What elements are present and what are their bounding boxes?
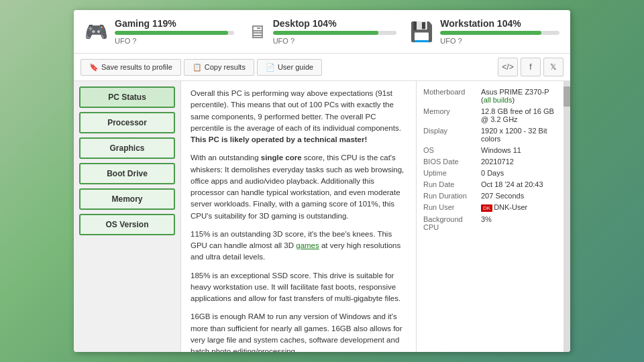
facebook-icon: f [529, 62, 531, 72]
gaming-bar-fill [115, 31, 228, 35]
spec-display: Display 1920 x 1200 - 32 Bit colors [423, 127, 557, 143]
copy-results-button[interactable]: 📋 Copy results [184, 59, 254, 76]
twitter-icon: 𝕏 [550, 62, 557, 72]
run-duration-value: 207 Seconds [481, 192, 557, 200]
workstation-bar-fill [440, 31, 541, 35]
pc-status-highlight: This PC is likely operated by a technica… [191, 135, 367, 143]
motherboard-label: Motherboard [423, 88, 477, 104]
nav-pc-status[interactable]: PC Status [79, 86, 175, 108]
content-area: PC Status Processor Graphics Boot Drive … [74, 81, 570, 352]
display-label: Display [423, 127, 477, 143]
code-icon: </> [502, 62, 513, 72]
user-guide-button[interactable]: 📄 User guide [257, 59, 322, 76]
social-buttons: </> f 𝕏 [498, 58, 564, 76]
gaming-score-info: Gaming 119% UFO ? [115, 18, 234, 45]
single-core-label: single core [261, 154, 302, 162]
memory-label: Memory [423, 107, 477, 123]
pc-status-text: Overall this PC is performing way above … [191, 88, 407, 145]
guide-icon: 📄 [266, 63, 275, 72]
specs-panel: Motherboard Asus PRIME Z370-P (all build… [416, 81, 564, 352]
left-nav: PC Status Processor Graphics Boot Drive … [74, 81, 181, 352]
code-share-button[interactable]: </> [498, 58, 518, 76]
flag-icon: DK [481, 204, 492, 212]
memory-text: 16GB is enough RAM to run any version of… [191, 311, 407, 352]
facebook-share-button[interactable]: f [521, 58, 541, 76]
spec-bg-cpu: Background CPU 3% [423, 215, 557, 231]
desktop-ufo-label: UFO ? [273, 37, 397, 45]
workstation-icon: 💾 [410, 21, 433, 43]
desktop-score-bar [273, 31, 397, 35]
main-panel: 🎮 Gaming 119% UFO ? 🖥 Desktop 104% UFO ?… [74, 10, 570, 352]
workstation-ufo-label: UFO ? [440, 37, 559, 45]
scrollbar[interactable] [564, 81, 570, 352]
games-link[interactable]: games [296, 241, 319, 249]
boot-drive-text: 185% is an exceptional SSD score. This d… [191, 270, 407, 305]
gaming-score-bar [115, 31, 234, 35]
toolbar: 🔖 Save results to profile 📋 Copy results… [74, 54, 570, 81]
spec-bios: BIOS Date 20210712 [423, 158, 557, 166]
workstation-score-info: Workstation 104% UFO ? [440, 18, 559, 45]
run-user-value: DKDNK-User [481, 203, 557, 212]
desktop-score-info: Desktop 104% UFO ? [273, 18, 397, 45]
os-label: OS [423, 146, 477, 154]
desktop-bar-fill [273, 31, 378, 35]
bg-cpu-label: Background CPU [423, 215, 477, 231]
bios-label: BIOS Date [423, 158, 477, 166]
workstation-score-item: 💾 Workstation 104% UFO ? [410, 18, 559, 45]
top-scores-bar: 🎮 Gaming 119% UFO ? 🖥 Desktop 104% UFO ?… [74, 10, 570, 54]
nav-processor[interactable]: Processor [79, 112, 175, 133]
desktop-score-title: Desktop 104% [273, 18, 397, 29]
processor-text: With an outstanding single core score, t… [191, 152, 407, 222]
run-date-value: Oct 18 '24 at 20:43 [481, 180, 557, 188]
center-content: Overall this PC is performing way above … [181, 81, 416, 352]
nav-memory[interactable]: Memory [79, 188, 175, 210]
spec-run-user: Run User DKDNK-User [423, 203, 557, 212]
bios-value: 20210712 [481, 158, 557, 166]
gaming-ufo-label: UFO ? [115, 37, 234, 45]
gaming-score-item: 🎮 Gaming 119% UFO ? [85, 18, 234, 45]
nav-boot-drive[interactable]: Boot Drive [79, 163, 175, 184]
display-value: 1920 x 1200 - 32 Bit colors [481, 127, 557, 143]
memory-value: 12.8 GB free of 16 GB @ 3.2 GHz [481, 107, 557, 123]
spec-uptime: Uptime 0 Days [423, 169, 557, 177]
uptime-value: 0 Days [481, 169, 557, 177]
run-date-label: Run Date [423, 180, 477, 188]
bg-cpu-value: 3% [481, 215, 557, 231]
spec-run-date: Run Date Oct 18 '24 at 20:43 [423, 180, 557, 188]
nav-os-version[interactable]: OS Version [79, 214, 175, 235]
run-user-label: Run User [423, 203, 477, 212]
desktop-score-item: 🖥 Desktop 104% UFO ? [248, 18, 397, 45]
nav-graphics[interactable]: Graphics [79, 137, 175, 159]
uptime-label: Uptime [423, 169, 477, 177]
workstation-score-title: Workstation 104% [440, 18, 559, 29]
motherboard-link[interactable]: all builds [484, 96, 513, 104]
motherboard-value: Asus PRIME Z370-P (all builds) [481, 88, 557, 104]
gaming-icon: 🎮 [85, 21, 108, 43]
scrollbar-thumb[interactable] [564, 86, 570, 107]
gaming-score-title: Gaming 119% [115, 18, 234, 29]
save-results-button[interactable]: 🔖 Save results to profile [80, 59, 181, 76]
graphics-text: 115% is an outstanding 3D score, it's th… [191, 229, 407, 263]
workstation-score-bar [440, 31, 559, 35]
copy-icon: 📋 [193, 63, 202, 72]
twitter-share-button[interactable]: 𝕏 [543, 58, 564, 76]
spec-run-duration: Run Duration 207 Seconds [423, 192, 557, 200]
run-duration-label: Run Duration [423, 192, 477, 200]
spec-os: OS Windows 11 [423, 146, 557, 154]
bookmark-icon: 🔖 [89, 63, 99, 72]
desktop-icon: 🖥 [248, 21, 266, 43]
os-value: Windows 11 [481, 146, 557, 154]
spec-memory: Memory 12.8 GB free of 16 GB @ 3.2 GHz [423, 107, 557, 123]
spec-motherboard: Motherboard Asus PRIME Z370-P (all build… [423, 88, 557, 104]
